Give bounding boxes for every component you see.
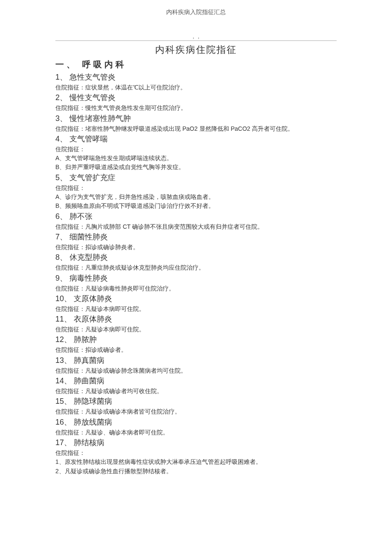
item-title: 4、 支气管哮喘 xyxy=(55,134,337,144)
body-line: 住院指征：凡疑诊或确诊本病者皆可住院治疗。 xyxy=(55,407,337,416)
item-title: 5、 支气管扩充症 xyxy=(55,173,337,183)
item-title: 11、 衣原体肺炎 xyxy=(55,314,337,324)
item-title: 10、 支原体肺炎 xyxy=(55,293,337,304)
section-heading: 一、 呼吸内科 xyxy=(55,59,337,70)
body-line: A、诊疗为支气管扩充，归并急性感染，咳脓血痰或咯血者。 xyxy=(55,193,337,201)
page-header: 内科疾病入院指征汇总 xyxy=(55,9,337,16)
item-title: 7、 细菌性肺炎 xyxy=(55,232,337,242)
body-line: 住院指征：拟诊或确诊者。 xyxy=(55,345,337,354)
body-line: 住院指征：症状显然，体温在℃以上可住院治疗。 xyxy=(55,83,337,92)
item-title: 1、 急性支气管炎 xyxy=(55,72,337,82)
item-title: 16、 肺放线菌病 xyxy=(55,417,337,427)
item-title: 13、 肺真菌病 xyxy=(55,355,337,365)
body-line: 住院指征：凡疑诊或确诊者均可收住院。 xyxy=(55,387,337,395)
item-title: 12、 肺脓肿 xyxy=(55,334,337,345)
body-line: 1、原发性肺结核出现显然病毒性症状或肿大淋奉承压迫气管惹起呼吸困难者。 xyxy=(55,457,337,466)
body-line: 住院指征：堵塞性肺气肿继发呼吸道感染或出现 PaO2 显然降低和 PaCO2 高… xyxy=(55,124,337,133)
body-line: 住院指征： xyxy=(55,145,337,153)
body-line: B、归并严重呼吸道感染或自觉性气胸等并发症。 xyxy=(55,163,337,171)
body-line: B、频频咯血原由不明或下呼吸道感染门诊治疗疗效不好者。 xyxy=(55,201,337,210)
items-container: 1、 急性支气管炎住院指征：症状显然，体温在℃以上可住院治疗。2、 慢性支气管炎… xyxy=(55,72,337,475)
horizontal-rule xyxy=(55,40,337,41)
item-title: 15、 肺隐球菌病 xyxy=(55,396,337,406)
body-line: 住院指征： xyxy=(55,184,337,192)
main-title: 内科疾病住院指征 xyxy=(55,43,337,56)
item-title: 9、 病毒性肺炎 xyxy=(55,273,337,283)
item-title: 8、 休克型肺炎 xyxy=(55,252,337,262)
item-title: 6、 肺不张 xyxy=(55,211,337,221)
body-line: 住院指征：凡疑诊、确诊本病者即可住院。 xyxy=(55,428,337,437)
body-line: 2、凡疑诊或确诊急性血行播散型肺结核者。 xyxy=(55,467,337,475)
item-title: 3、 慢性堵塞性肺气肿 xyxy=(55,113,337,124)
body-line: 住院指征：拟诊或确诊肺炎者。 xyxy=(55,243,337,251)
body-line: A、支气管哮喘急性发生期或哮喘连续状态。 xyxy=(55,154,337,162)
body-line: 住院指征：凡疑诊病毒性肺炎即可住院治疗。 xyxy=(55,284,337,293)
body-line: 住院指征：慢性支气管炎急性发生期可住院治疗。 xyxy=(55,104,337,112)
body-line: 住院指征：凡胸片或肺部 CT 确诊肺不张且病变范围较大或有归并症者可住院。 xyxy=(55,222,337,231)
item-title: 17、 肺结核病 xyxy=(55,437,337,448)
body-line: 住院指征：凡疑诊本病即可住院。 xyxy=(55,325,337,334)
item-title: 2、 慢性支气管炎 xyxy=(55,92,337,103)
body-line: 住院指征：凡疑诊或确诊肺念珠菌病者均可住院。 xyxy=(55,366,337,375)
body-line: 住院指征：凡疑诊本病即可住院。 xyxy=(55,305,337,313)
top-commas: ，， xyxy=(55,33,337,40)
body-line: 住院指征：凡重症肺炎或疑诊休克型肺炎均应住院治疗。 xyxy=(55,263,337,272)
body-line: 住院指征： xyxy=(55,449,337,457)
item-title: 14、 肺曲菌病 xyxy=(55,376,337,386)
